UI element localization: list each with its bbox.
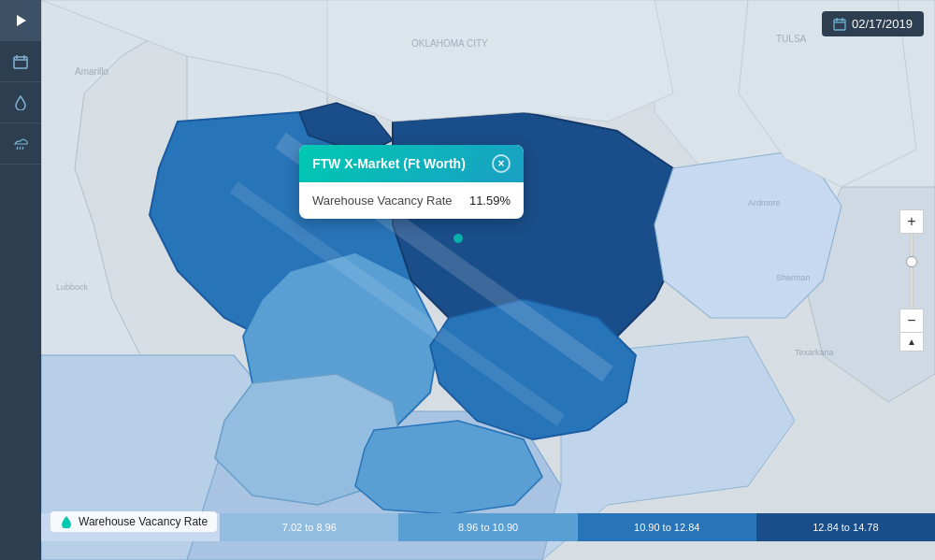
legend-segment-4[interactable]: 12.84 to 14.78 <box>756 513 935 541</box>
svg-marker-11 <box>17 15 26 26</box>
zoom-slider-thumb[interactable] <box>906 256 917 267</box>
svg-text:TULSA: TULSA <box>776 34 807 44</box>
rain-button[interactable] <box>0 123 41 165</box>
popup-body: Warehouse Vacancy Rate 11.59% <box>299 182 524 219</box>
svg-text:Sherman: Sherman <box>776 273 811 282</box>
calendar-icon <box>833 18 846 31</box>
zoom-arrow-button[interactable]: ▲ <box>899 333 924 352</box>
play-button[interactable] <box>0 0 41 41</box>
legend-container: Warehouse Vacancy Rate 5.08 to 7.027.02 … <box>41 513 935 560</box>
svg-point-10 <box>453 234 463 243</box>
zoom-controls: + − ▲ <box>899 209 924 352</box>
legend-segment-2[interactable]: 8.96 to 10.90 <box>398 513 577 541</box>
svg-text:Ardmore: Ardmore <box>748 198 781 208</box>
legend-segment-3[interactable]: 10.90 to 12.84 <box>578 513 756 541</box>
popup-header: FTW X-Market (Ft Worth) × <box>299 145 524 182</box>
popup-close-button[interactable]: × <box>492 154 511 173</box>
svg-rect-12 <box>14 57 27 68</box>
svg-line-17 <box>20 147 21 150</box>
popup-title: FTW X-Market (Ft Worth) <box>312 156 466 171</box>
legend-label-row: Warehouse Vacancy Rate <box>50 511 217 532</box>
svg-line-16 <box>17 147 18 150</box>
zoom-in-button[interactable]: + <box>899 209 924 234</box>
svg-line-18 <box>22 147 23 150</box>
svg-text:Amarillo: Amarillo <box>75 66 109 77</box>
legend-segment-1[interactable]: 7.02 to 8.96 <box>220 513 398 541</box>
svg-text:Lubbock: Lubbock <box>56 282 89 292</box>
popup-metric-value: 11.59% <box>469 194 511 208</box>
date-badge: 02/17/2019 <box>822 11 924 36</box>
region-popup: FTW X-Market (Ft Worth) × Warehouse Vaca… <box>299 145 524 219</box>
legend-label-text: Warehouse Vacancy Rate <box>79 515 208 528</box>
svg-text:Texarkana: Texarkana <box>795 348 834 357</box>
date-text: 02/17/2019 <box>852 17 913 31</box>
map-container[interactable]: Amarillo OKLAHOMA CITY TULSA Ardmore Lub… <box>0 0 935 560</box>
drop-button[interactable] <box>0 82 41 123</box>
legend-drop-icon <box>60 515 73 528</box>
zoom-slider-track[interactable] <box>910 234 913 309</box>
map-svg: Amarillo OKLAHOMA CITY TULSA Ardmore Lub… <box>0 0 935 560</box>
svg-text:OKLAHOMA CITY: OKLAHOMA CITY <box>411 38 488 49</box>
popup-metric-label: Warehouse Vacancy Rate <box>312 194 453 208</box>
left-toolbar <box>0 0 41 560</box>
zoom-out-button[interactable]: − <box>899 309 924 333</box>
calendar-button[interactable] <box>0 41 41 82</box>
svg-rect-19 <box>834 20 845 30</box>
